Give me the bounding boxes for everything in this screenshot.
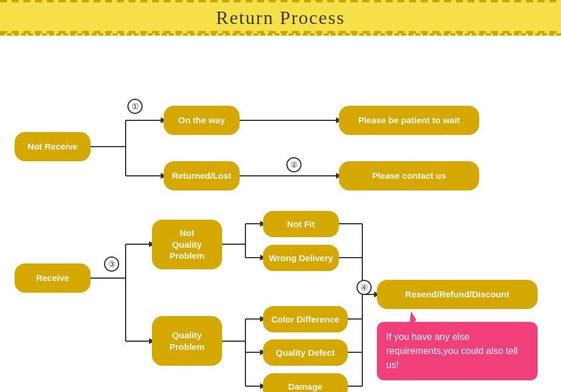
page-title: Return Process — [0, 7, 561, 29]
quality-defect-box: Quality Defect — [263, 339, 348, 366]
please-contact-us-box: Please contact us — [339, 161, 479, 190]
quality-problem-box: Quality Problem — [152, 316, 222, 366]
marker-2: ② — [286, 157, 302, 172]
receive-box: Receive — [15, 263, 91, 293]
not-receive-box: Not Receive — [15, 132, 91, 161]
marker-1: ① — [127, 99, 143, 114]
not-fit-box: Not Fit — [263, 211, 339, 237]
color-difference-box: Color Difference — [263, 306, 348, 332]
marker-4: ④ — [356, 280, 372, 295]
speech-bubble: If you have any else requirements,you co… — [377, 322, 538, 380]
diagram: Not Receive On the way Returned/Lost Ple… — [0, 36, 561, 392]
on-the-way-box: On the way — [164, 106, 240, 135]
returned-lost-box: Returned/Lost — [164, 161, 240, 190]
please-be-patient-box: Please be patient to wait — [339, 106, 479, 135]
wrong-delivery-box: Wrong Delivery — [263, 245, 339, 271]
header: Return Process — [0, 0, 561, 36]
marker-3: ③ — [104, 256, 119, 272]
not-quality-problem-box: Not Quality Problem — [152, 220, 222, 269]
damage-box: Damage — [263, 373, 348, 392]
resend-refund-box: Resend/Refund/Discount — [377, 280, 538, 309]
